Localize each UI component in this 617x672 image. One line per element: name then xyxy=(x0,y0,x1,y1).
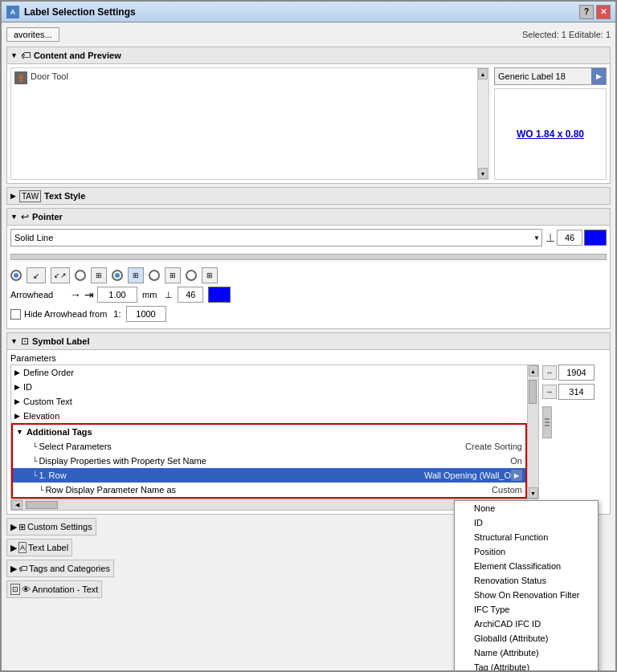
params-row-select-params[interactable]: └ Select Parameters Create Sorting xyxy=(13,439,525,454)
bottom-sections-3: ▶ 🏷 Tags and Categories xyxy=(6,560,611,577)
params-row-1-row[interactable]: └ 1. Row Wall Opening (Wall_O ▶ xyxy=(13,468,525,483)
radio-pointer-style-1[interactable] xyxy=(10,270,22,281)
vscroll-up[interactable]: ▲ xyxy=(529,365,538,377)
section-title-symbol-label: Symbol Label xyxy=(32,336,90,346)
vscroll-down[interactable]: ▼ xyxy=(529,487,538,499)
pointer-grid-icon-2[interactable]: ⊞ xyxy=(128,267,144,283)
selected-info: Selected: 1 Editable: 1 xyxy=(522,30,611,39)
arrowhead-angle-input[interactable] xyxy=(178,287,203,303)
custom-settings-item[interactable]: ▶ ⊞ Custom Settings xyxy=(6,518,96,536)
hide-arrowhead-value[interactable] xyxy=(126,306,166,322)
section-pointer: ▼ ↩ Pointer Solid Line ⊥ xyxy=(6,208,611,329)
params-dropdown-arrow[interactable]: ▶ xyxy=(511,470,522,481)
params-row-id[interactable]: ▶ ID xyxy=(11,380,527,394)
color-swatch-line[interactable] xyxy=(584,230,607,246)
height-input-row: ↔ xyxy=(542,384,607,400)
arrow-icon-1: → xyxy=(70,288,81,301)
height-icon: ↔ xyxy=(542,385,557,399)
expand-arrow-define-order[interactable]: ▶ xyxy=(14,369,20,377)
dropdown-item-tag[interactable]: Tag (Attribute) xyxy=(455,660,598,670)
pointer-grid-icon[interactable]: ⊞ xyxy=(91,267,107,283)
arrow-style-2[interactable]: ↙↗ xyxy=(51,267,70,283)
params-scroll-area: ▶ Define Order ▶ ID ▶ xyxy=(10,365,539,499)
preview-scroll-down[interactable]: ▼ xyxy=(478,168,488,179)
dropdown-label-tag: Tag (Attribute) xyxy=(474,662,529,670)
expand-arrow-additional-tags[interactable]: ▼ xyxy=(16,428,23,436)
text-label-item[interactable]: ▶ A Text Label xyxy=(6,539,72,556)
section-header-symbol-label[interactable]: ▼ ⊡ Symbol Label xyxy=(6,332,611,350)
section-header-text-style[interactable]: ▶ TAW Text Style xyxy=(6,187,611,205)
params-row-row-display[interactable]: └ Row Display Parameter Name as Custom xyxy=(13,483,525,497)
params-label-elevation: Elevation xyxy=(23,411,524,421)
hide-arrowhead-row: Hide Arrowhead from 1: xyxy=(10,306,607,322)
vscroll-track xyxy=(528,377,538,487)
params-row-custom-text[interactable]: ▶ Custom Text xyxy=(11,394,527,409)
resize-handle[interactable] xyxy=(542,406,552,438)
expand-arrow-id[interactable]: ▶ xyxy=(14,383,20,391)
label-selector[interactable]: Generic Label 18 ▶ xyxy=(494,67,607,85)
params-label-1-row: 1. Row xyxy=(39,470,424,480)
expand-arrow-custom-settings[interactable]: ▶ xyxy=(10,522,17,532)
resize-line-2 xyxy=(545,422,550,423)
scale-row xyxy=(10,250,607,264)
params-row-additional-tags[interactable]: ▼ Additional Tags xyxy=(13,425,525,439)
radio-pointer-style-2[interactable] xyxy=(75,270,86,281)
annotation-text-item[interactable]: ⊡ 👁 Annotation - Text xyxy=(6,580,102,598)
dropdown-item-name[interactable]: Name (Attribute) xyxy=(455,646,598,660)
hscroll-thumb[interactable] xyxy=(26,501,58,509)
tags-categories-label: Tags and Categories xyxy=(29,564,110,573)
close-button[interactable]: ✕ xyxy=(596,5,611,19)
dropdown-item-archicad-ifc[interactable]: ArchiCAD IFC ID xyxy=(455,617,598,631)
params-label-additional-tags: Additional Tags xyxy=(27,427,522,437)
arrowhead-row: Arrowhead → ⇥ mm ⊥ xyxy=(10,287,607,303)
preview-box: WO 1.84 x 0.80 xyxy=(494,88,607,180)
collapse-arrow-pointer: ▼ xyxy=(10,213,18,221)
vscroll-thumb[interactable] xyxy=(529,380,537,404)
section-symbol-label: ▼ ⊡ Symbol Label Parameters ▶ Defin xyxy=(6,332,611,515)
preview-scroll-up[interactable]: ▲ xyxy=(478,68,488,79)
help-button[interactable]: ? xyxy=(579,5,594,19)
arrowhead-size-input[interactable] xyxy=(97,287,137,303)
additional-tags-group: ▼ Additional Tags └ Select Parameters Cr… xyxy=(11,423,527,499)
section-header-content-preview[interactable]: ▼ 🏷 Content and Preview xyxy=(6,47,611,64)
favorites-button[interactable]: avorites... xyxy=(6,27,59,42)
params-row-display-props[interactable]: └ Display Properties with Property Set N… xyxy=(13,454,525,468)
expand-arrow-custom-text[interactable]: ▶ xyxy=(14,397,20,405)
section-title-text-style: Text Style xyxy=(44,191,85,201)
preview-scroll-track xyxy=(478,79,488,168)
thickness-value[interactable] xyxy=(557,230,582,246)
custom-settings-icon: ⊞ xyxy=(18,522,26,532)
expand-arrow-text-label[interactable]: ▶ xyxy=(10,543,17,553)
height-value-input[interactable] xyxy=(558,384,595,400)
dropdown-label-globalid: GlobalId (Attribute) xyxy=(474,633,548,643)
radio-pointer-style-4[interactable] xyxy=(149,270,160,281)
arrowhead-unit: mm xyxy=(142,290,157,299)
width-value-input[interactable] xyxy=(558,365,595,381)
params-row-define-order[interactable]: ▶ Define Order xyxy=(11,365,527,380)
hide-arrowhead-label: Hide Arrowhead from xyxy=(24,309,107,319)
hscroll-right[interactable]: ▶ xyxy=(516,500,527,510)
pointer-grid-icon-3[interactable]: ⊞ xyxy=(165,267,181,283)
hide-arrowhead-checkbox[interactable] xyxy=(10,309,21,320)
pointer-grid-icon-4[interactable]: ⊞ xyxy=(202,267,218,283)
hscroll-track xyxy=(22,500,516,510)
arrow-style-1[interactable]: ↙ xyxy=(27,267,46,283)
line-type-selector[interactable]: Solid Line xyxy=(10,229,542,246)
params-value-1-row: Wall Opening (Wall_O xyxy=(424,470,511,480)
tags-categories-item[interactable]: ▶ 🏷 Tags and Categories xyxy=(6,560,114,577)
radio-pointer-style-5[interactable] xyxy=(186,270,197,281)
radio-pointer-style-3[interactable] xyxy=(112,270,123,281)
tool-name: Door Tool xyxy=(31,71,68,81)
width-icon: ↔ xyxy=(542,365,557,380)
label-selector-arrow[interactable]: ▶ xyxy=(591,68,606,84)
color-swatch-arrowhead[interactable] xyxy=(208,287,231,303)
expand-arrow-elevation[interactable]: ▶ xyxy=(14,412,20,420)
scroll-corner xyxy=(528,499,539,511)
section-title-content-preview: Content and Preview xyxy=(34,51,121,60)
params-row-elevation[interactable]: ▶ Elevation xyxy=(11,409,527,423)
dropdown-item-ifc-type[interactable]: IFC Type xyxy=(455,602,598,617)
hscroll-left[interactable]: ◀ xyxy=(11,500,22,510)
expand-arrow-tags[interactable]: ▶ xyxy=(10,564,17,574)
section-header-pointer[interactable]: ▼ ↩ Pointer xyxy=(6,208,611,226)
dropdown-item-globalid[interactable]: GlobalId (Attribute) xyxy=(455,631,598,646)
